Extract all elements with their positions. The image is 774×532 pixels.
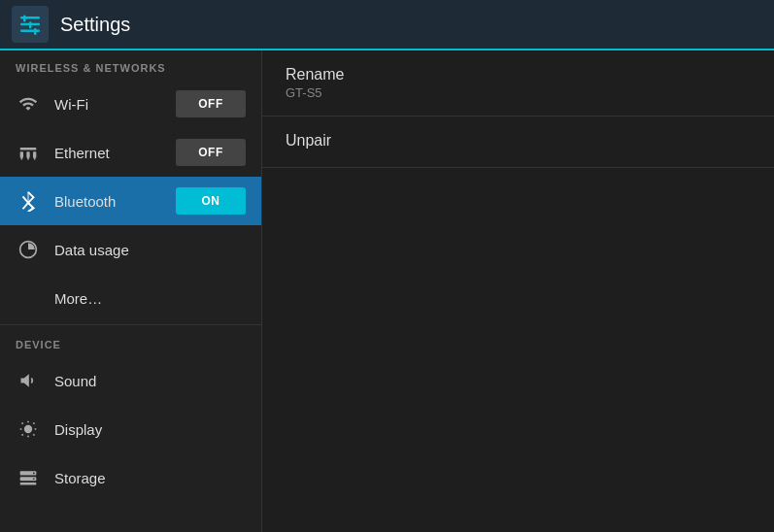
ethernet-icon: [16, 143, 41, 162]
wifi-label: Wi-Fi: [54, 96, 176, 113]
settings-icon: [18, 13, 42, 36]
rename-subtitle: GT-S5: [286, 85, 751, 100]
storage-label: Storage: [54, 470, 246, 486]
content-panel: Rename GT-S5 Unpair: [262, 50, 774, 532]
svg-rect-8: [26, 151, 29, 158]
svg-rect-9: [33, 151, 36, 158]
svg-point-22: [33, 478, 35, 480]
svg-rect-2: [20, 30, 40, 33]
sound-icon: [16, 371, 41, 390]
section-device-label: DEVICE: [0, 327, 261, 356]
wifi-icon: [16, 94, 41, 114]
sidebar-item-display[interactable]: Display: [0, 405, 261, 453]
sidebar: WIRELESS & NETWORKS Wi-Fi OFF: [0, 50, 262, 532]
ethernet-label: Ethernet: [54, 145, 176, 161]
data-usage-label: Data usage: [54, 242, 246, 258]
svg-rect-6: [20, 148, 37, 150]
bluetooth-toggle[interactable]: ON: [176, 187, 246, 215]
bluetooth-label: Bluetooth: [54, 193, 176, 210]
svg-point-21: [33, 473, 35, 475]
svg-rect-10: [21, 157, 23, 160]
svg-rect-4: [29, 21, 32, 28]
display-label: Display: [54, 421, 246, 438]
svg-line-13: [23, 196, 29, 202]
sidebar-item-more[interactable]: More…: [0, 274, 261, 322]
main-layout: WIRELESS & NETWORKS Wi-Fi OFF: [0, 50, 774, 532]
rename-title: Rename: [286, 66, 751, 83]
svg-rect-12: [34, 157, 36, 160]
svg-line-14: [23, 203, 29, 209]
svg-marker-16: [21, 374, 29, 386]
svg-point-17: [24, 425, 32, 433]
sidebar-item-sound[interactable]: Sound: [0, 356, 261, 405]
ethernet-toggle[interactable]: OFF: [176, 139, 246, 166]
sidebar-item-data-usage[interactable]: Data usage: [0, 225, 261, 274]
rename-row[interactable]: Rename GT-S5: [262, 50, 774, 116]
svg-rect-20: [20, 482, 37, 485]
svg-rect-5: [34, 28, 37, 35]
sidebar-item-storage[interactable]: Storage: [0, 453, 261, 502]
section-wireless-label: WIRELESS & NETWORKS: [0, 50, 261, 80]
bluetooth-icon: [16, 190, 41, 212]
storage-icon: [16, 468, 41, 487]
svg-rect-3: [23, 16, 26, 22]
svg-rect-11: [27, 157, 29, 160]
settings-icon-box: [12, 6, 49, 43]
more-label: More…: [54, 290, 246, 307]
sidebar-item-ethernet[interactable]: Ethernet OFF: [0, 128, 261, 177]
sound-label: Sound: [54, 373, 246, 389]
sidebar-item-bluetooth[interactable]: Bluetooth ON: [0, 177, 261, 225]
display-icon: [16, 419, 41, 439]
sidebar-item-wifi[interactable]: Wi-Fi OFF: [0, 80, 261, 128]
unpair-title: Unpair: [286, 132, 751, 150]
page-title: Settings: [60, 14, 130, 36]
app-header: Settings: [0, 0, 774, 50]
unpair-row[interactable]: Unpair: [262, 116, 774, 168]
wifi-toggle[interactable]: OFF: [176, 90, 246, 117]
data-usage-icon: [16, 240, 41, 259]
svg-rect-7: [20, 151, 23, 158]
sidebar-divider: [0, 324, 261, 325]
